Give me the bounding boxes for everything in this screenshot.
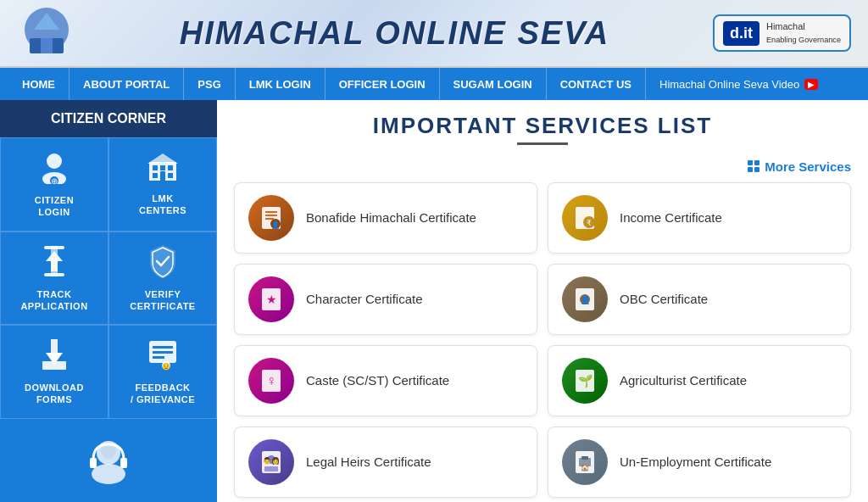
svg-rect-3 bbox=[41, 38, 53, 53]
sidebar-item-lmk-centers[interactable]: LMKCENTERS bbox=[108, 137, 217, 231]
service-card-legalheirs[interactable]: 👨‍👩 Legal Heirs Certificate bbox=[234, 427, 537, 498]
sidebar-item-download-forms[interactable]: DOWNLOADFORMS bbox=[0, 325, 108, 419]
verify-certificate-icon bbox=[147, 244, 178, 283]
service-card-character[interactable]: ★ Character Certificate bbox=[234, 264, 537, 335]
svg-text:★: ★ bbox=[266, 293, 277, 306]
download-forms-label: DOWNLOADFORMS bbox=[25, 382, 84, 406]
dit-logo-container: d.it HimachalEnabling Governance bbox=[713, 14, 851, 51]
svg-text:₹: ₹ bbox=[587, 219, 592, 227]
feedback-label: FEEDBACK/ GRIEVANCE bbox=[131, 382, 195, 406]
svg-point-30 bbox=[92, 464, 125, 484]
service-card-obc[interactable]: 👤 OBC Certificate bbox=[548, 264, 851, 335]
feedback-icon: 😟 bbox=[147, 337, 178, 376]
svg-rect-58 bbox=[581, 456, 588, 460]
nav-video[interactable]: Himachal Online Seva Video ▶ bbox=[646, 78, 832, 91]
page-title: IMPORTANT SERVICES LIST bbox=[234, 113, 851, 139]
sidebar-item-citizen-login[interactable]: ⊕ CITIZENLOGIN bbox=[0, 137, 108, 231]
header-title: HIMACHAL ONLINE SEVA bbox=[180, 15, 609, 52]
svg-point-4 bbox=[47, 153, 62, 169]
obc-icon: 👤 bbox=[562, 276, 608, 322]
unemployment-label: Un-Employment Certificate bbox=[620, 455, 771, 469]
bonafide-icon: 👤 bbox=[248, 195, 294, 241]
agriculturist-icon: 🌱 bbox=[562, 358, 608, 404]
income-label: Income Certificate bbox=[620, 210, 722, 225]
svg-rect-32 bbox=[90, 458, 97, 468]
nav-officer[interactable]: OFFICER LOGIN bbox=[326, 68, 440, 100]
svg-rect-35 bbox=[265, 211, 277, 213]
legalheirs-icon: 👨‍👩 bbox=[248, 439, 294, 485]
sidebar-bottom bbox=[0, 419, 217, 502]
service-card-agriculturist[interactable]: 🌱 Agriculturist Certificate bbox=[548, 345, 851, 416]
dit-subtext: HimachalEnabling Governance bbox=[766, 20, 841, 45]
download-forms-icon bbox=[39, 337, 70, 376]
nav-contact[interactable]: CONTACT US bbox=[547, 68, 646, 100]
nav-sugam[interactable]: SUGAM LOGIN bbox=[440, 68, 547, 100]
svg-text:👤: 👤 bbox=[271, 220, 280, 229]
svg-rect-33 bbox=[120, 458, 127, 468]
nav-lmk[interactable]: LMK LOGIN bbox=[236, 68, 326, 100]
svg-text:⊕: ⊕ bbox=[51, 176, 58, 184]
svg-text:👨‍👩: 👨‍👩 bbox=[263, 456, 280, 465]
sidebar-grid: ⊕ CITIZENLOGIN bbox=[0, 137, 217, 419]
svg-text:👤: 👤 bbox=[581, 295, 591, 305]
header: HIMACHAL ONLINE SEVA d.it HimachalEnabli… bbox=[0, 0, 868, 68]
svg-text:🏠: 🏠 bbox=[581, 463, 589, 471]
sidebar-item-verify-certificate[interactable]: VERIFYCERTIFICATE bbox=[108, 231, 217, 326]
svg-rect-24 bbox=[153, 346, 173, 349]
svg-rect-26 bbox=[153, 356, 164, 359]
svg-rect-55 bbox=[264, 466, 278, 471]
dit-logo-text: d.it bbox=[723, 21, 760, 46]
sidebar-item-track-application[interactable]: TRACKAPPLICATION bbox=[0, 231, 108, 326]
svg-rect-12 bbox=[168, 165, 173, 170]
nav-about[interactable]: ABOUT PORTAL bbox=[70, 68, 184, 100]
navigation: HOME ABOUT PORTAL PSG LMK LOGIN OFFICER … bbox=[0, 68, 868, 100]
character-label: Character Certificate bbox=[306, 292, 423, 306]
service-card-unemployment[interactable]: 🏠 Un-Employment Certificate bbox=[548, 427, 851, 498]
svg-text:🌱: 🌱 bbox=[578, 374, 593, 388]
more-services-grid-icon bbox=[748, 160, 760, 172]
sidebar-header: CITIZEN CORNER bbox=[0, 100, 217, 137]
bonafide-label: Bonafide Himachali Certificate bbox=[306, 210, 476, 225]
nav-psg[interactable]: PSG bbox=[184, 68, 235, 100]
sidebar-item-feedback[interactable]: 😟 FEEDBACK/ GRIEVANCE bbox=[108, 325, 217, 419]
main-layout: CITIZEN CORNER ⊕ CITIZENLOGIN bbox=[0, 100, 868, 502]
track-application-icon bbox=[39, 244, 70, 283]
service-card-bonafide[interactable]: 👤 Bonafide Himachali Certificate bbox=[234, 182, 537, 254]
nav-home[interactable]: HOME bbox=[8, 68, 70, 100]
income-icon: ₹ bbox=[562, 195, 608, 241]
lmk-centers-icon bbox=[146, 152, 180, 187]
svg-text:😟: 😟 bbox=[162, 362, 170, 371]
sidebar: CITIZEN CORNER ⊕ CITIZENLOGIN bbox=[0, 100, 217, 502]
agriculturist-label: Agriculturist Certificate bbox=[620, 373, 747, 388]
svg-rect-37 bbox=[265, 218, 274, 220]
svg-marker-9 bbox=[147, 153, 178, 164]
svg-rect-10 bbox=[153, 165, 158, 170]
citizen-login-icon: ⊕ bbox=[37, 150, 71, 189]
verify-certificate-label: VERIFYCERTIFICATE bbox=[130, 288, 195, 313]
more-services-container: More Services bbox=[234, 153, 851, 174]
lmk-centers-label: LMKCENTERS bbox=[139, 192, 186, 217]
obc-label: OBC Certificate bbox=[620, 292, 708, 306]
citizen-login-label: CITIZENLOGIN bbox=[35, 194, 74, 219]
legalheirs-label: Legal Heirs Certificate bbox=[306, 455, 431, 469]
track-application-label: TRACKAPPLICATION bbox=[20, 288, 87, 313]
svg-rect-11 bbox=[160, 165, 165, 170]
svg-text:♀: ♀ bbox=[266, 373, 276, 388]
title-underline bbox=[517, 142, 568, 145]
more-services-button[interactable]: More Services bbox=[748, 159, 851, 174]
service-card-caste[interactable]: ♀ Caste (SC/ST) Certificate bbox=[234, 345, 537, 416]
unemployment-icon: 🏠 bbox=[562, 439, 608, 485]
svg-marker-19 bbox=[46, 251, 63, 271]
caste-icon: ♀ bbox=[248, 358, 294, 404]
character-icon: ★ bbox=[248, 276, 294, 322]
content-area: IMPORTANT SERVICES LIST More Services bbox=[217, 100, 868, 502]
video-badge: ▶ bbox=[804, 79, 818, 90]
header-logo bbox=[17, 6, 76, 61]
svg-rect-14 bbox=[160, 171, 165, 181]
caste-label: Caste (SC/ST) Certificate bbox=[306, 373, 449, 388]
svg-rect-25 bbox=[153, 351, 173, 354]
svg-rect-13 bbox=[153, 173, 158, 178]
svg-rect-15 bbox=[168, 173, 173, 178]
service-card-income[interactable]: ₹ Income Certificate bbox=[548, 182, 851, 254]
services-grid: 👤 Bonafide Himachali Certificate ₹ Incom… bbox=[234, 182, 851, 498]
